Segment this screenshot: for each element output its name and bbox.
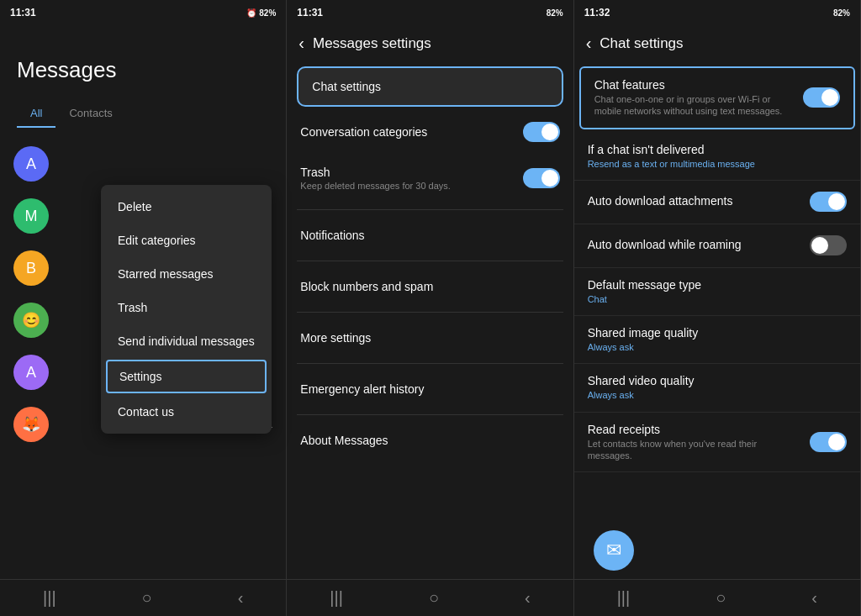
trash-row[interactable]: Trash Keep deleted messages for 30 days. <box>287 154 573 203</box>
avatar: A <box>13 355 49 390</box>
avatar: 😊 <box>13 303 49 338</box>
auto-download-roaming-row[interactable]: Auto download while roaming <box>574 224 860 268</box>
menu-trash[interactable]: Trash <box>101 291 272 324</box>
read-receipts-row[interactable]: Read receipts Let contacts know when you… <box>574 413 860 473</box>
divider <box>297 363 563 364</box>
chat-features-text: Chat features Chat one-on-one or in grou… <box>594 78 803 118</box>
p3-header: ‹ Chat settings <box>574 24 860 63</box>
shared-image-quality-title: Shared image quality <box>588 326 838 340</box>
trash-row-info: Trash Keep deleted messages for 30 days. <box>300 166 451 191</box>
shared-video-quality-row[interactable]: Shared video quality Always ask <box>574 364 860 412</box>
nav-bar-p2: ||| ○ ‹ <box>287 579 573 616</box>
read-receipts-sub: Let contacts know when you've read their… <box>588 438 801 462</box>
chat-not-delivered-text: If a chat isn't delivered Resend as a te… <box>588 143 847 170</box>
messages-title: Messages <box>0 24 286 100</box>
chat-features-row[interactable]: Chat features Chat one-on-one or in grou… <box>579 66 855 129</box>
panel-chat-settings: 11:32 82% ‹ Chat settings Chat features … <box>574 0 861 616</box>
avatar: A <box>13 146 49 182</box>
nav-back-icon-p2[interactable]: ‹ <box>525 588 531 608</box>
p2-header: ‹ Messages settings <box>287 24 573 63</box>
panel-messages: 11:31 ⏰ 82% Messages All Contacts A M B … <box>0 0 287 616</box>
emergency-alert-row[interactable]: Emergency alert history <box>287 371 573 408</box>
menu-individual[interactable]: Send individual messages <box>101 324 272 358</box>
menu-delete[interactable]: Delete <box>101 190 272 224</box>
avatar: 🦊 <box>13 407 49 442</box>
emergency-alert-label: Emergency alert history <box>300 382 424 396</box>
shared-image-quality-sub: Always ask <box>588 341 838 353</box>
nav-menu-icon-p2[interactable]: ||| <box>330 588 343 608</box>
block-numbers-label: Block numbers and spam <box>300 280 433 293</box>
trash-toggle[interactable] <box>523 168 560 188</box>
divider <box>297 312 563 313</box>
p3-page-title: Chat settings <box>600 35 683 52</box>
about-messages-row[interactable]: About Messages <box>287 422 573 459</box>
messages-tabs: All Contacts <box>0 100 286 128</box>
auto-download-roaming-text: Auto download while roaming <box>588 238 810 253</box>
chat-settings-button[interactable]: Chat settings <box>297 66 563 107</box>
nav-menu-icon-p3[interactable]: ||| <box>617 588 631 608</box>
time-p1: 11:31 <box>10 7 36 18</box>
conversation-categories-label: Conversation categories <box>300 125 427 139</box>
chat-not-delivered-title: If a chat isn't delivered <box>588 143 838 156</box>
p2-page-title: Messages settings <box>313 35 431 52</box>
menu-starred[interactable]: Starred messages <box>101 257 272 291</box>
divider <box>297 261 563 261</box>
nav-home-icon-p2[interactable]: ○ <box>429 588 439 608</box>
more-settings-label: More settings <box>300 331 371 345</box>
list-item[interactable]: A <box>0 138 286 190</box>
chat-features-title: Chat features <box>594 78 795 92</box>
status-icons-p3: 82% <box>833 8 850 18</box>
nav-back-icon[interactable]: ‹ <box>238 588 244 608</box>
conversation-categories-row[interactable]: Conversation categories <box>287 110 573 154</box>
nav-home-icon[interactable]: ○ <box>142 588 152 608</box>
default-message-type-sub: Chat <box>588 293 838 305</box>
notifications-row[interactable]: Notifications <box>287 217 573 254</box>
time-p2: 11:31 <box>297 7 323 18</box>
trash-label: Trash <box>300 166 451 179</box>
chat-not-delivered-row[interactable]: If a chat isn't delivered Resend as a te… <box>574 133 860 181</box>
auto-download-row[interactable]: Auto download attachments <box>574 181 860 224</box>
trash-sub: Keep deleted messages for 30 days. <box>300 181 451 191</box>
time-p3: 11:32 <box>584 7 610 18</box>
chat-features-sub: Chat one-on-one or in groups over Wi-Fi … <box>594 93 795 118</box>
battery-p2: 82% <box>547 8 563 18</box>
menu-settings[interactable]: Settings <box>106 360 267 393</box>
auto-download-toggle[interactable] <box>810 192 847 212</box>
avatar: M <box>13 198 49 234</box>
toggle-knob <box>828 434 845 450</box>
tab-contacts[interactable]: Contacts <box>55 100 125 128</box>
more-settings-row[interactable]: More settings <box>287 319 573 356</box>
shared-image-quality-row[interactable]: Shared image quality Always ask <box>574 316 860 364</box>
conversation-categories-toggle[interactable] <box>523 122 560 142</box>
shared-image-quality-text: Shared image quality Always ask <box>588 326 847 353</box>
auto-download-roaming-toggle[interactable] <box>810 235 847 255</box>
context-menu: Delete Edit categories Starred messages … <box>101 185 272 434</box>
status-bar-p1: 11:31 ⏰ 82% <box>0 0 286 24</box>
settings-content: Chat settings Conversation categories Tr… <box>287 63 573 579</box>
menu-contact-us[interactable]: Contact us <box>101 395 272 429</box>
chat-features-toggle[interactable] <box>803 87 840 108</box>
battery-p3: 82% <box>833 8 850 18</box>
tab-all[interactable]: All <box>17 100 55 128</box>
nav-back-icon-p3[interactable]: ‹ <box>811 588 817 608</box>
menu-edit-categories[interactable]: Edit categories <box>101 224 272 257</box>
auto-download-roaming-title: Auto download while roaming <box>588 238 801 251</box>
status-bar-p2: 11:31 82% <box>287 0 573 24</box>
back-button-p3[interactable]: ‹ <box>586 34 592 53</box>
nav-menu-icon[interactable]: ||| <box>43 588 56 608</box>
toggle-knob <box>821 89 838 106</box>
read-receipts-toggle[interactable] <box>810 432 847 452</box>
nav-home-icon-p3[interactable]: ○ <box>716 588 726 608</box>
status-bar-p3: 11:32 82% <box>574 0 860 24</box>
divider <box>297 209 563 210</box>
status-icons-p2: 82% <box>547 8 563 18</box>
block-numbers-row[interactable]: Block numbers and spam <box>287 268 573 305</box>
read-receipts-text: Read receipts Let contacts know when you… <box>588 423 810 462</box>
nav-bar-p1: ||| ○ ‹ <box>0 579 286 616</box>
default-message-type-row[interactable]: Default message type Chat <box>574 268 860 316</box>
toggle-knob <box>541 170 558 187</box>
about-messages-label: About Messages <box>300 434 388 447</box>
back-button-p2[interactable]: ‹ <box>298 34 304 53</box>
shared-video-quality-title: Shared video quality <box>588 374 838 387</box>
battery-p1: 82% <box>259 8 276 18</box>
